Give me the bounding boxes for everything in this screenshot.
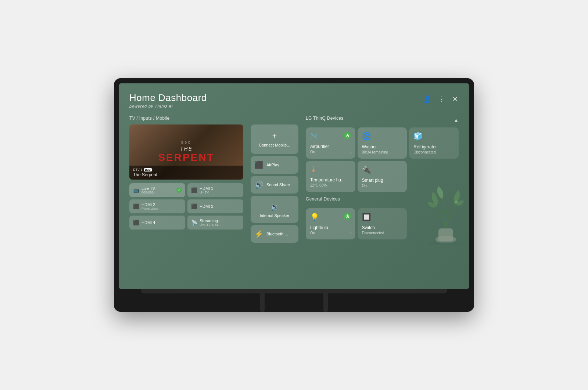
lightbulb-header: 💡 ⏻ [310, 213, 351, 224]
bluetooth-button[interactable]: ⚡ Bluetooth ... [251, 225, 298, 243]
device-smartplug[interactable]: 🔌 Smart plug On [358, 161, 407, 192]
thinq-collapse-button[interactable]: ▲ [453, 117, 459, 123]
subtitle-brand: ThinQ AI [155, 104, 173, 108]
tv-leg-left [260, 293, 265, 312]
bluetooth-label: Bluetooth ... [266, 232, 288, 236]
tv-leg-right [323, 293, 328, 312]
streaming-name: Streaming... [200, 219, 221, 223]
temperature-status: 22°C 80% [310, 183, 351, 187]
live-tv-sub: 000-000 [141, 191, 155, 194]
sound-share-icon: 🔊 [254, 180, 263, 189]
lightbulb-status: On [310, 231, 351, 235]
input-hdmi1[interactable]: ⬛ HDMI 1 U+ TV [187, 183, 243, 197]
tv-inputs-column: TV / Inputs / Mobile BBC THE SERPENT [129, 116, 243, 244]
hdmi3-icon: ⬛ [191, 203, 197, 209]
bluetooth-icon: ⚡ [254, 230, 263, 238]
hdmi3-name: HDMI 3 [200, 204, 213, 209]
input-grid: 📺 Live TV 000-000 ✓ ⬛ HDMI 1 U+ TV [129, 183, 243, 230]
input-hdmi3[interactable]: ⬛ HDMI 3 [187, 199, 243, 213]
airpurifier-icon: 🌬 [310, 132, 318, 140]
airpurifier-arrow-icon: › [350, 150, 352, 155]
refrigerator-header: 🧊 [413, 132, 454, 143]
airpurifier-status: On [310, 150, 351, 154]
sound-share-button[interactable]: 🔊 Sound Share [251, 176, 298, 194]
thinq-section-label: LG ThinQ Devices [306, 116, 344, 121]
connect-mobile-button[interactable]: + Connect Mobile... [251, 124, 298, 154]
more-options-button[interactable]: ⋮ [438, 94, 446, 104]
serpent-label: SERPENT [158, 152, 214, 163]
live-tv-icon: 📺 [133, 187, 139, 193]
streaming-icon: 📡 [191, 220, 197, 225]
dashboard: Home Dashboard powered by ThinQ AI 👤 ⋮ ✕… [119, 83, 469, 289]
internal-speaker-label: Internal Speaker [260, 213, 290, 218]
smartplug-status: On [362, 184, 403, 188]
internal-speaker-icon: 🔉 [270, 202, 279, 211]
tv-stand [119, 293, 469, 312]
bbc-badge: BBC [144, 168, 152, 171]
input-live-tv[interactable]: 📺 Live TV 000-000 ✓ [129, 183, 185, 197]
streaming-sub: Live TV & St... [200, 223, 221, 227]
connect-mobile-icon: + [272, 131, 277, 141]
hdmi2-info: HDMI 2 Playstation [141, 202, 158, 210]
airplay-button[interactable]: ⬛ AirPlay [251, 156, 298, 174]
dashboard-title: Home Dashboard [129, 92, 207, 104]
account-button[interactable]: 👤 [422, 94, 432, 104]
tv-base [141, 289, 447, 293]
input-hdmi2[interactable]: ⬛ HDMI 2 Playstation [129, 199, 185, 213]
device-switch[interactable]: 🔲 Switch Disconnected [358, 208, 407, 239]
temperature-icon: 🌡 [310, 165, 318, 174]
internal-speaker-button[interactable]: 🔉 Internal Speaker [251, 196, 298, 223]
device-refrigerator[interactable]: 🧊 Refrigerator Disconnected [409, 127, 459, 159]
plant-decoration-cell [409, 208, 459, 239]
mobile-audio-column: . + Connect Mobile... ⬛ AirPlay 🔊 Sound [251, 116, 298, 244]
washer-icon: 🌀 [362, 132, 371, 141]
dashboard-subtitle: powered by ThinQ AI [129, 104, 207, 108]
smartplug-name: Smart plug [362, 178, 403, 183]
dashboard-controls: 👤 ⋮ ✕ [422, 94, 459, 104]
live-tv-name: Live TV [141, 186, 155, 191]
the-label: THE [180, 146, 193, 152]
hdmi3-info: HDMI 3 [200, 204, 213, 209]
hdmi4-icon: ⬛ [133, 220, 139, 225]
subtitle-pre: powered by [129, 104, 155, 108]
refrigerator-icon: 🧊 [413, 132, 423, 141]
svg-rect-1 [438, 228, 453, 241]
sound-share-label: Sound Share [266, 183, 290, 187]
washer-header: 🌀 [362, 132, 403, 143]
lightbulb-power-button[interactable]: ⏻ [344, 213, 351, 220]
plant-svg-container [426, 181, 466, 247]
title-block: Home Dashboard powered by ThinQ AI [129, 92, 207, 108]
dashboard-header: Home Dashboard powered by ThinQ AI 👤 ⋮ ✕ [129, 92, 459, 108]
washer-status: 00:34 remaining [362, 150, 403, 154]
airplay-label: AirPlay [266, 163, 279, 167]
airpurifier-power-button[interactable]: ⏻ [344, 132, 351, 139]
hdmi1-sub: U+ TV [200, 191, 213, 194]
dashboard-content: TV / Inputs / Mobile BBC THE SERPENT [129, 116, 459, 244]
lightbulb-name: Lightbulb [310, 225, 351, 230]
input-hdmi4[interactable]: ⬛ HDMI 4 [129, 216, 185, 230]
hdmi2-name: HDMI 2 [141, 202, 158, 207]
devices-column: LG ThinQ Devices ▲ 🌬 ⏻ Airpurifier [306, 116, 459, 244]
tv-outer: Home Dashboard powered by ThinQ AI 👤 ⋮ ✕… [114, 78, 474, 312]
close-button[interactable]: ✕ [452, 94, 459, 104]
smartplug-icon: 🔌 [362, 165, 371, 174]
device-lightbulb[interactable]: 💡 ⏻ Lightbulb On › [306, 208, 355, 239]
device-airpurifier[interactable]: 🌬 ⏻ Airpurifier On › [306, 127, 355, 159]
tv-preview[interactable]: BBC THE SERPENT DTV 1 BBC The Serpent [129, 124, 243, 180]
show-title: The Serpent [133, 172, 240, 177]
active-check: ✓ [176, 188, 182, 193]
switch-header: 🔲 [362, 213, 403, 224]
lightbulb-arrow-icon: › [350, 231, 352, 236]
input-streaming[interactable]: 📡 Streaming... Live TV & St... [187, 216, 243, 230]
washer-name: Washer [362, 144, 403, 149]
device-washer[interactable]: 🌀 Washer 00:34 remaining [358, 127, 407, 159]
hdmi1-name: HDMI 1 [200, 186, 213, 191]
switch-status: Disconnected [362, 231, 403, 235]
tv-channel-info: DTV 1 BBC The Serpent [129, 166, 243, 180]
general-devices-section: General Devices ▲ 💡 ⏻ Lightbulb [306, 196, 459, 239]
general-section-label: General Devices [306, 196, 340, 202]
device-temperature[interactable]: 🌡 Temperature hu... 22°C 80% [306, 161, 355, 192]
switch-icon: 🔲 [362, 213, 371, 221]
tv-section-label: TV / Inputs / Mobile [129, 116, 243, 121]
airpurifier-name: Airpurifier [310, 144, 351, 149]
